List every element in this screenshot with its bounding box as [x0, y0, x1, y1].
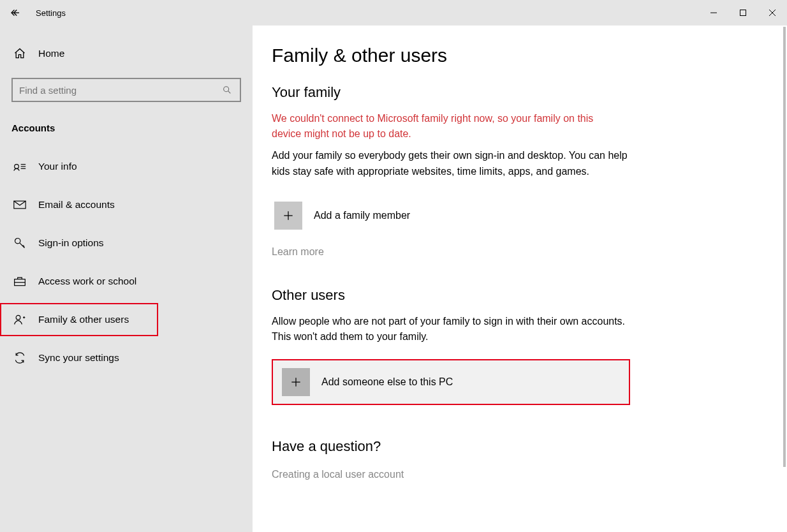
plus-icon: [282, 209, 295, 222]
svg-line-5: [228, 91, 231, 94]
sidebar: Home Accounts Your info Email & accounts…: [0, 26, 253, 532]
maximize-button[interactable]: [728, 0, 758, 26]
sidebar-item-sync-settings[interactable]: Sync your settings: [0, 341, 253, 374]
other-users-description: Allow people who are not part of your fa…: [272, 314, 629, 346]
plus-tile: [274, 202, 302, 230]
content-area: Family & other users Your family We coul…: [253, 26, 787, 532]
family-error-text: We couldn't connect to Microsoft family …: [272, 111, 622, 142]
family-description: Add your family so everybody gets their …: [272, 148, 629, 180]
add-family-member-button[interactable]: Add a family member: [272, 199, 768, 232]
section-title-family: Your family: [272, 84, 768, 101]
back-button[interactable]: [0, 0, 31, 26]
scrollbar[interactable]: [783, 27, 786, 467]
briefcase-icon: [13, 276, 26, 287]
section-title-question: Have a question?: [272, 438, 768, 455]
titlebar: Settings: [0, 0, 787, 26]
help-link-create-local-account[interactable]: Creating a local user account: [272, 469, 404, 480]
svg-point-4: [224, 87, 229, 92]
minimize-button[interactable]: [699, 0, 728, 26]
home-label: Home: [38, 48, 64, 59]
nav-list: Your info Email & accounts Sign-in optio…: [0, 150, 253, 374]
plus-icon: [290, 376, 302, 388]
add-someone-else-button[interactable]: Add someone else to this PC: [272, 359, 630, 405]
mail-icon: [13, 200, 26, 210]
sidebar-item-label: Email & accounts: [38, 199, 115, 211]
svg-point-14: [16, 315, 20, 320]
sidebar-item-label: Access work or school: [38, 276, 136, 287]
arrow-left-icon: [10, 7, 21, 18]
sync-icon: [13, 351, 26, 364]
sidebar-item-email-accounts[interactable]: Email & accounts: [0, 188, 253, 221]
plus-tile: [282, 368, 310, 396]
sidebar-item-signin-options[interactable]: Sign-in options: [0, 226, 253, 260]
sidebar-item-label: Your info: [38, 161, 77, 172]
learn-more-link[interactable]: Learn more: [272, 246, 324, 258]
page-title: Family & other users: [272, 45, 768, 66]
search-icon: [222, 85, 232, 95]
search-input[interactable]: [19, 85, 221, 96]
add-family-label: Add a family member: [314, 210, 410, 221]
minimize-icon: [710, 9, 717, 17]
close-icon: [769, 9, 776, 17]
person-plus-icon: [13, 313, 26, 326]
svg-rect-1: [740, 10, 746, 16]
sidebar-item-label: Sync your settings: [38, 352, 119, 364]
window-title: Settings: [36, 8, 66, 18]
svg-point-6: [15, 165, 19, 169]
search-box[interactable]: [11, 78, 241, 102]
close-button[interactable]: [758, 0, 787, 26]
sidebar-item-label: Family & other users: [38, 314, 129, 325]
sidebar-item-label: Sign-in options: [38, 237, 104, 249]
sidebar-item-access-work-school[interactable]: Access work or school: [0, 265, 253, 298]
key-icon: [13, 237, 26, 249]
home-icon: [13, 47, 26, 60]
home-nav[interactable]: Home: [0, 41, 253, 66]
sidebar-item-your-info[interactable]: Your info: [0, 150, 253, 183]
maximize-icon: [739, 9, 747, 17]
window-controls: [699, 0, 787, 26]
add-someone-else-label: Add someone else to this PC: [321, 376, 453, 388]
section-title-other-users: Other users: [272, 287, 768, 304]
sidebar-item-family-other-users[interactable]: Family & other users: [0, 303, 158, 336]
person-card-icon: [13, 161, 26, 172]
category-label: Accounts: [11, 122, 253, 133]
